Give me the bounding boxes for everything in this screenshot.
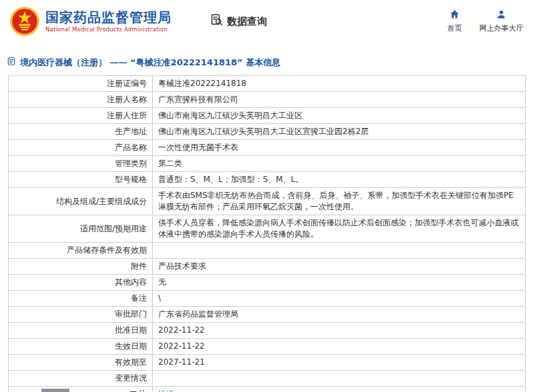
nav-online-hall[interactable]: 网上办事大厅 xyxy=(479,9,523,33)
row-label-text: 注 xyxy=(139,389,147,392)
row-label: 生效日期 xyxy=(9,339,153,355)
header-nav: 首页 网上办事大厅 xyxy=(447,9,523,33)
table-row: 产品储存条件及有效期 xyxy=(9,243,526,259)
row-value: 佛山市南海区九江镇沙头英明昌大工业区 xyxy=(153,108,526,124)
row-value: 2027-11-21 xyxy=(153,355,526,371)
table-row: 注 详情 xyxy=(9,387,526,392)
row-value xyxy=(153,371,526,387)
table-row: 其他内容 无 xyxy=(9,275,526,291)
row-value: 普通型：S、M、L；加强型：S、M、L。 xyxy=(153,172,526,188)
nav-home-label: 首页 xyxy=(447,23,462,33)
nav-home[interactable]: 首页 xyxy=(447,9,462,33)
row-label-text: 产品名称 xyxy=(115,143,147,152)
document-search-icon xyxy=(210,13,224,29)
table-row: 结构及组成/主要组成成分 手术衣由SMS非织无纺布热合而成，含前身、后身、袖子、… xyxy=(9,188,526,215)
row-label-text: 结构及组成/主要组成成分 xyxy=(56,197,147,206)
row-label-text: 备注 xyxy=(131,293,147,303)
row-value: 佛山市南海区九江镇沙头英明昌大工业区宜骏工业园2栋2层 xyxy=(153,124,526,140)
row-value: 广东宜骏科技有限公司 xyxy=(153,92,526,108)
page-header: 国家药品监督管理局 National Medical Products Admi… xyxy=(0,0,534,43)
row-label: 审批部门 xyxy=(9,307,153,323)
row-value xyxy=(153,243,526,259)
row-label: 其他内容 xyxy=(9,275,153,291)
table-row: 注册人住所 佛山市南海区九江镇沙头英明昌大工业区 xyxy=(9,108,526,124)
row-value: \ xyxy=(153,291,526,307)
row-label-text: 注册人名称 xyxy=(107,95,147,104)
row-label: 有效期至 xyxy=(9,355,153,371)
table-row: 注册人名称 广东宜骏科技有限公司 xyxy=(9,92,526,108)
row-label: 变更情况 xyxy=(9,371,153,387)
document-icon xyxy=(7,56,16,69)
table-row: 注册证编号 粤械注准20222141818 xyxy=(9,76,526,92)
table-row: 型号规格 普通型：S、M、L；加强型：S、M、L。 xyxy=(9,172,526,188)
table-row: 变更情况 xyxy=(9,371,526,387)
row-value: 无 xyxy=(153,275,526,291)
row-label-text: 有效期至 xyxy=(115,357,147,367)
nav-online-hall-label: 网上办事大厅 xyxy=(479,23,523,33)
detail-table: 注册证编号 粤械注准20222141818 注册人名称 广东宜骏科技有限公司 注… xyxy=(8,75,526,392)
row-label-text: 型号规格 xyxy=(115,175,147,184)
row-value: 详情 xyxy=(153,387,526,392)
row-label-text: 管理类别 xyxy=(115,159,147,168)
row-label: 注册证编号 xyxy=(9,76,153,92)
home-icon xyxy=(449,9,460,21)
row-label: 结构及组成/主要组成成分 xyxy=(9,188,153,215)
row-label: 产品名称 xyxy=(9,140,153,156)
row-label: 注册人住所 xyxy=(9,108,153,124)
row-label: 生产地址 xyxy=(9,124,153,140)
row-value: 供手术人员穿着，降低感染源向病人手术创面传播以防止术后创面感染；加强型手术衣也可… xyxy=(153,215,526,243)
table-row: 附件 产品技术要求 xyxy=(9,259,526,275)
row-label: 产品储存条件及有效期 xyxy=(9,243,153,259)
row-label: 型号规格 xyxy=(9,172,153,188)
row-label: 适用范围/预期用途 xyxy=(9,215,153,243)
detail-table-body: 注册证编号 粤械注准20222141818 注册人名称 广东宜骏科技有限公司 注… xyxy=(9,76,526,392)
breadcrumb: 境内医疗器械（注册） —— “粤械注准20222141818” 基本信息 xyxy=(7,56,534,69)
row-value: 第二类 xyxy=(153,156,526,172)
table-row: 审批部门 广东省药品监督管理局 xyxy=(9,307,526,323)
page-title: 境内医疗器械（注册） —— “粤械注准20222141818” 基本信息 xyxy=(20,57,280,69)
row-value: 广东省药品监督管理局 xyxy=(153,307,526,323)
row-label: 备注 xyxy=(9,291,153,307)
org-name-cn: 国家药品监督管理局 xyxy=(45,10,172,25)
row-label: 附件 xyxy=(9,259,153,275)
table-row: 生效日期 2022-11-22 xyxy=(9,339,526,355)
row-label: 批准日期 xyxy=(9,323,153,339)
row-label-text: 审批部门 xyxy=(115,309,147,319)
row-value: 手术衣由SMS非织无纺布热合而成，含前身、后身、袖子、系带，加强型手术衣在关键部… xyxy=(153,188,526,215)
data-query-label: 数据查询 xyxy=(227,15,267,28)
row-label: 注 xyxy=(9,387,153,392)
row-label-text: 生效日期 xyxy=(115,341,147,351)
org-name-en: National Medical Products Administration xyxy=(45,27,172,33)
table-row: 有效期至 2027-11-21 xyxy=(9,355,526,371)
table-row: 管理类别 第二类 xyxy=(9,156,526,172)
row-value: 产品技术要求 xyxy=(153,259,526,275)
row-label-text: 其他内容 xyxy=(115,277,147,287)
user-icon xyxy=(496,9,507,21)
row-label-text: 适用范围/预期用途 xyxy=(80,224,147,233)
row-label-text: 变更情况 xyxy=(115,373,147,383)
row-label-text: 注册证编号 xyxy=(107,79,147,88)
table-row: 适用范围/预期用途 供手术人员穿着，降低感染源向病人手术创面传播以防止术后创面感… xyxy=(9,215,526,243)
table-row: 产品名称 一次性使用无菌手术衣 xyxy=(9,140,526,156)
brand-text: 国家药品监督管理局 National Medical Products Admi… xyxy=(45,10,172,33)
row-label-text: 生产地址 xyxy=(115,127,147,136)
row-label-text: 注册人住所 xyxy=(107,111,147,120)
table-row: 生产地址 佛山市南海区九江镇沙头英明昌大工业区宜骏工业园2栋2层 xyxy=(9,124,526,140)
row-label-text: 附件 xyxy=(131,261,147,271)
row-label: 注册人名称 xyxy=(9,92,153,108)
row-value: 2022-11-22 xyxy=(153,339,526,355)
data-query-button[interactable]: 数据查询 xyxy=(210,13,267,29)
table-row: 备注 \ xyxy=(9,291,526,307)
brand: 国家药品监督管理局 National Medical Products Admi… xyxy=(9,6,172,37)
row-value: 粤械注准20222141818 xyxy=(153,76,526,92)
row-label: 管理类别 xyxy=(9,156,153,172)
row-value: 一次性使用无菌手术衣 xyxy=(153,140,526,156)
row-label-text: 产品储存条件及有效期 xyxy=(67,245,147,255)
footer-partial xyxy=(41,389,69,392)
detail-link[interactable]: 详情 xyxy=(158,389,174,392)
row-value: 2022-11-22 xyxy=(153,323,526,339)
national-emblem-icon xyxy=(9,6,40,37)
table-row: 批准日期 2022-11-22 xyxy=(9,323,526,339)
row-label-text: 批准日期 xyxy=(115,325,147,335)
